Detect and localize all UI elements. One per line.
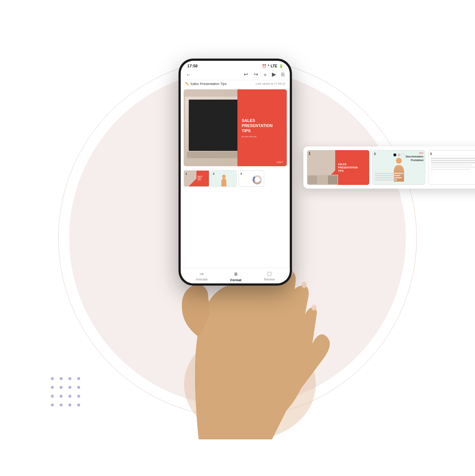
- svg-point-9: [256, 178, 259, 181]
- alarm-icon: ⏰: [262, 64, 266, 68]
- battery-icon: 🔋: [279, 64, 283, 68]
- status-icons: ⏰ * LTE 🔋: [262, 64, 283, 68]
- bottom-nav: ⇒ Animate ≡ Format ☐ Review: [181, 268, 290, 283]
- toolbar-center: ↩ ↪ + ▶ ⎘: [244, 71, 285, 78]
- status-time: 17:58: [187, 64, 198, 68]
- slide-thumb-1[interactable]: 1 SALESPRES.TIPS: [184, 170, 209, 187]
- status-bar: 17:58 ⏰ * LTE 🔋: [181, 61, 290, 70]
- main-slide-view[interactable]: SALESPRESENTATIONTIPS By Max McLain zylk…: [184, 89, 287, 166]
- thumb-3-num: 3: [240, 172, 242, 175]
- phone-screen: 17:58 ⏰ * LTE 🔋 ← ↩ ↪ + ▶: [181, 61, 290, 283]
- thumb-1-num: 1: [186, 172, 187, 175]
- popup-slide-2-num: 2: [374, 152, 376, 156]
- slide-red-box: SALESPRESENTATIONTIPS By Max McLain: [237, 89, 287, 166]
- popup-slide-1-red-box: SALESPRESENTATIONTIPS: [335, 150, 370, 185]
- svg-point-4: [302, 282, 307, 288]
- popup-person-head: [396, 158, 402, 164]
- review-icon: ☐: [267, 271, 272, 277]
- popup-slide-2[interactable]: 2 #3.1DiscriminationProhibited: [372, 150, 425, 185]
- slide-author: By Max McLain: [242, 135, 282, 138]
- doc-title: Sales Presentation Tips: [190, 82, 227, 86]
- back-button[interactable]: ←: [186, 71, 191, 78]
- nav-review[interactable]: ☐ Review: [264, 271, 275, 281]
- slide-title: SALESPRESENTATIONTIPS: [242, 118, 282, 134]
- slide-popup-panel: 1 SALESPRESENTATIONTIPS 2 #3.1Discrimina…: [303, 146, 475, 189]
- animate-icon: ⇒: [199, 271, 204, 277]
- phone-device: 17:58 ⏰ * LTE 🔋 ← ↩ ↪ + ▶: [179, 59, 292, 286]
- doc-title-bar: ✏️ Sales Presentation Tips Last saved at…: [181, 80, 290, 87]
- popup-slide-2-color-circles: [393, 153, 404, 156]
- popup-slide-3[interactable]: 3 at a Glance: [428, 150, 475, 185]
- format-label: Format: [230, 278, 242, 282]
- thumb-2-num: 2: [213, 172, 214, 175]
- doc-save-status: Last saved at 17:58:12: [256, 82, 285, 85]
- app-toolbar: ← ↩ ↪ + ▶ ⎘: [181, 70, 290, 80]
- format-icon: ≡: [234, 271, 238, 278]
- scene: 17:58 ⏰ * LTE 🔋 ← ↩ ↪ + ▶: [36, 37, 439, 439]
- slide-thumb-3[interactable]: 3: [239, 170, 264, 187]
- review-label: Review: [264, 278, 275, 281]
- laptop-image: [185, 97, 242, 158]
- popup-slide-2-title: #3.1DiscriminationProhibited: [405, 152, 423, 162]
- popup-slide-1-num: 1: [308, 152, 311, 156]
- undo-button[interactable]: ↩: [244, 71, 248, 78]
- slide-thumb-2[interactable]: 2: [211, 170, 237, 187]
- edit-icon: ✏️: [185, 82, 189, 86]
- popup-slide-3-text: [431, 158, 475, 171]
- nav-animate[interactable]: ⇒ Animate: [196, 271, 208, 281]
- nav-format[interactable]: ≡ Format: [230, 271, 242, 281]
- dot-grid-decoration: [51, 377, 84, 410]
- lte-icon: LTE: [271, 64, 277, 68]
- popup-slide-3-num: 3: [430, 152, 432, 156]
- add-button[interactable]: +: [263, 71, 267, 78]
- popup-text-lines: [375, 173, 407, 182]
- play-button[interactable]: ▶: [272, 71, 276, 78]
- popup-slide-1-title: SALESPRESENTATIONTIPS: [338, 163, 367, 172]
- redo-button[interactable]: ↪: [254, 71, 258, 78]
- slide-thumbnail-strip: 1 SALESPRES.TIPS 2: [181, 168, 290, 189]
- svg-point-5: [311, 305, 317, 310]
- popup-slide-1[interactable]: 1 SALESPRESENTATIONTIPS: [307, 150, 369, 185]
- animate-label: Animate: [196, 278, 208, 281]
- bluetooth-icon: *: [268, 64, 269, 68]
- slide-logo: zylker: [277, 161, 283, 163]
- share-button[interactable]: ⎘: [281, 71, 285, 78]
